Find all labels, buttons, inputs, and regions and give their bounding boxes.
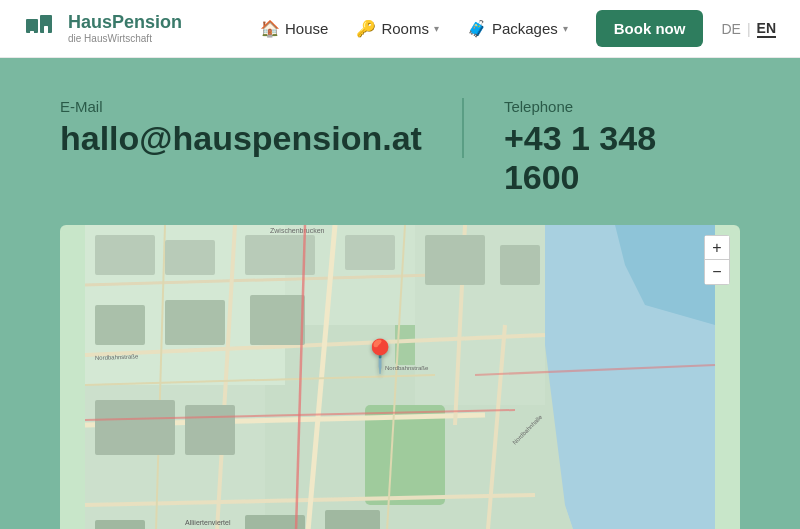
map-container[interactable]: Zwischenbrucken Nordbahnstraße Nordbahns… <box>60 225 740 529</box>
logo-icon <box>24 11 60 47</box>
zoom-in-button[interactable]: + <box>705 236 729 260</box>
logo-main: HausPension <box>68 13 182 33</box>
logo-text: HausPension die HausWirtschaft <box>68 13 182 44</box>
svg-rect-26 <box>165 240 215 275</box>
svg-rect-0 <box>26 19 38 33</box>
svg-rect-28 <box>345 235 395 270</box>
svg-text:Zwischenbrucken: Zwischenbrucken <box>270 227 325 234</box>
svg-rect-34 <box>95 520 145 529</box>
email-label: E-Mail <box>60 98 422 115</box>
svg-rect-31 <box>250 295 305 345</box>
contact-section: E-Mail hallo@hauspension.at Telephone +4… <box>60 98 740 197</box>
suitcase-icon: 🧳 <box>467 19 487 38</box>
book-now-button[interactable]: Book now <box>596 10 704 47</box>
nav-links: 🏠 House 🔑 Rooms ▾ 🧳 Packages ▾ Book now … <box>248 10 776 47</box>
house-icon: 🏠 <box>260 19 280 38</box>
map-pin: 📍 <box>360 337 400 375</box>
navbar: HausPension die HausWirtschaft 🏠 House 🔑… <box>0 0 800 58</box>
email-link[interactable]: hallo@hauspension.at <box>60 119 422 158</box>
svg-rect-36 <box>325 510 380 529</box>
lang-de-button[interactable]: DE <box>721 21 740 37</box>
lang-divider: | <box>747 21 751 37</box>
lang-en-button[interactable]: EN <box>757 20 776 38</box>
packages-chevron-icon: ▾ <box>563 23 568 34</box>
svg-rect-3 <box>44 26 48 33</box>
key-icon: 🔑 <box>356 19 376 38</box>
nav-house-label: House <box>285 20 328 37</box>
phone-block: Telephone +43 1 348 1600 <box>464 98 740 197</box>
map-zoom-controls: + − <box>704 235 730 285</box>
svg-rect-32 <box>95 400 175 455</box>
svg-rect-37 <box>425 235 485 285</box>
phone-label: Telephone <box>504 98 740 115</box>
nav-rooms[interactable]: 🔑 Rooms ▾ <box>344 11 451 46</box>
zoom-out-button[interactable]: − <box>705 260 729 284</box>
nav-rooms-label: Rooms <box>381 20 429 37</box>
svg-rect-30 <box>165 300 225 345</box>
nav-house[interactable]: 🏠 House <box>248 11 340 46</box>
nav-packages-label: Packages <box>492 20 558 37</box>
email-block: E-Mail hallo@hauspension.at <box>60 98 464 158</box>
svg-rect-2 <box>30 31 34 37</box>
logo-sub: die HausWirtschaft <box>68 33 182 44</box>
phone-link[interactable]: +43 1 348 1600 <box>504 119 740 197</box>
language-switcher: DE | EN <box>721 20 776 38</box>
svg-rect-33 <box>185 405 235 455</box>
main-content: E-Mail hallo@hauspension.at Telephone +4… <box>0 58 800 529</box>
svg-rect-25 <box>95 235 155 275</box>
svg-rect-29 <box>95 305 145 345</box>
nav-packages[interactable]: 🧳 Packages ▾ <box>455 11 580 46</box>
rooms-chevron-icon: ▾ <box>434 23 439 34</box>
svg-text:Alliiertenviertel: Alliiertenviertel <box>185 519 231 526</box>
logo[interactable]: HausPension die HausWirtschaft <box>24 11 182 47</box>
svg-rect-38 <box>500 245 540 285</box>
map-svg: Zwischenbrucken Nordbahnstraße Nordbahns… <box>60 225 740 529</box>
